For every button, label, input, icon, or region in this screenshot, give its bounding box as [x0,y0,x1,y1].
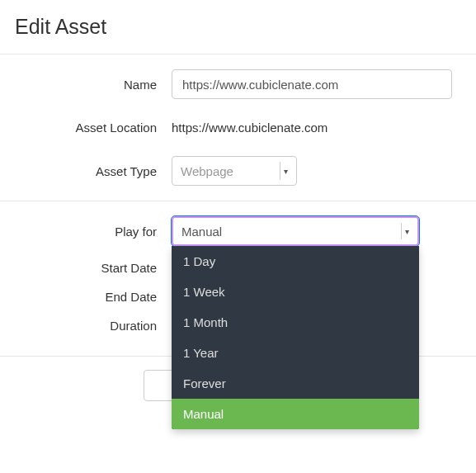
row-play-for: Play for Manual ▾ 1 Day1 Week1 Month1 Ye… [15,216,461,246]
label-location: Asset Location [15,121,172,135]
location-value: https://www.cubiclenate.com [172,114,461,141]
asset-type-value: Webpage [181,164,233,178]
asset-type-select[interactable]: Webpage ▾ [172,156,297,186]
caret-down-icon: ▾ [401,223,409,239]
dropdown-option[interactable]: Manual [172,399,419,429]
label-play-for: Play for [15,225,172,239]
label-duration: Duration [15,319,172,333]
label-name: Name [15,78,172,92]
label-start-date: Start Date [15,261,172,275]
caret-down-icon: ▾ [280,162,288,180]
dropdown-option[interactable]: 1 Year [172,338,419,368]
divider [0,201,476,201]
name-input[interactable] [172,69,452,99]
dropdown-option[interactable]: 1 Week [172,277,419,307]
row-name: Name [15,69,461,99]
dropdown-option[interactable]: Forever [172,368,419,399]
dropdown-option[interactable]: 1 Day [172,246,419,277]
form: Name Asset Location https://www.cubiclen… [15,54,461,356]
modal-title: Edit Asset [15,15,461,39]
label-asset-type: Asset Type [15,164,172,178]
label-end-date: End Date [15,290,172,304]
edit-asset-modal: Edit Asset Name Asset Location https://w… [0,0,476,414]
dropdown-option[interactable]: 1 Month [172,307,419,338]
play-for-select[interactable]: Manual ▾ [172,216,419,246]
row-asset-type: Asset Type Webpage ▾ [15,156,461,186]
play-for-dropdown: 1 Day1 Week1 Month1 YearForeverManual [172,246,419,429]
play-for-value: Manual [181,225,222,239]
row-location: Asset Location https://www.cubiclenate.c… [15,114,461,141]
